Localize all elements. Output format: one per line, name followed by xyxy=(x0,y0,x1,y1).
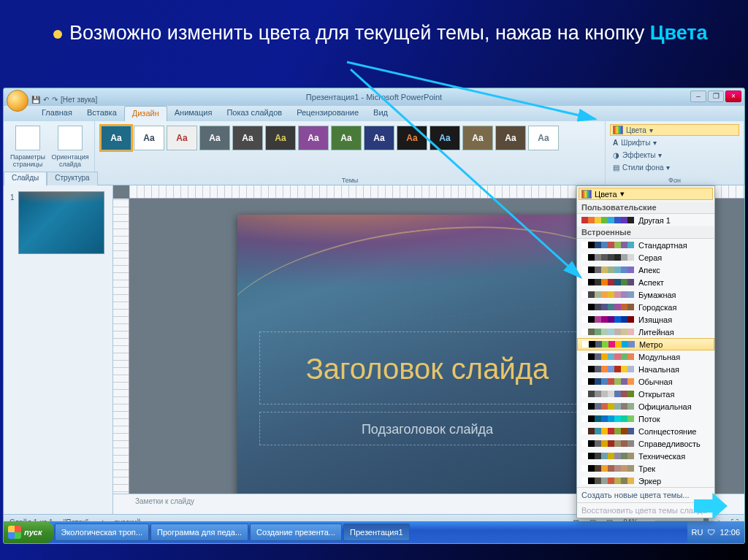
bg-styles-button[interactable]: ▤Стили фона ▾ xyxy=(610,162,739,173)
theme-swatch-10[interactable]: Aa xyxy=(430,126,460,150)
color-scheme-label: Эркер xyxy=(638,477,661,486)
effects-button[interactable]: ◑Эффекты ▾ xyxy=(610,150,739,161)
theme-swatch-2[interactable]: Aa xyxy=(167,126,197,150)
color-swatches xyxy=(581,391,634,397)
theme-swatch-11[interactable]: Aa xyxy=(462,126,493,150)
theme-swatch-6[interactable]: Aa xyxy=(298,126,329,150)
taskbar-item-0[interactable]: Экологическая троп... xyxy=(55,523,149,541)
color-scheme-label: Поток xyxy=(638,415,660,423)
color-scheme-Бумажная[interactable]: Бумажная xyxy=(577,288,714,301)
theme-swatch-7[interactable]: Aa xyxy=(331,126,362,150)
cm-section-builtin: Встроенные xyxy=(577,226,714,239)
color-swatches xyxy=(581,453,634,459)
tab-slides[interactable]: Слайды xyxy=(4,172,47,185)
colors-dropdown-header[interactable]: Цвета ▾ xyxy=(579,188,713,200)
theme-swatch-8[interactable]: Aa xyxy=(364,126,394,150)
color-swatches xyxy=(581,403,634,410)
ribbon-tab-5[interactable]: Рецензирование xyxy=(289,106,366,121)
color-scheme-label: Бумажная xyxy=(638,291,676,299)
color-scheme-label: Метро xyxy=(639,340,663,349)
thumb-number: 1 xyxy=(10,193,15,202)
color-scheme-Официальная[interactable]: Официальная xyxy=(577,400,714,413)
maximize-button[interactable]: ❐ xyxy=(708,91,724,102)
color-swatches xyxy=(581,329,634,335)
window-title: Презентация1 - Microsoft PowerPoint xyxy=(306,93,442,101)
color-scheme-Модульная[interactable]: Модульная xyxy=(577,350,714,363)
office-button[interactable] xyxy=(7,90,28,112)
tray-lang[interactable]: RU xyxy=(692,528,703,537)
color-scheme-Апекс[interactable]: Апекс xyxy=(577,264,714,276)
color-scheme-Обычная[interactable]: Обычная xyxy=(577,375,714,388)
start-button[interactable]: пуск xyxy=(4,521,54,543)
cm-create-new[interactable]: Создать новые цвета темы... xyxy=(577,487,714,502)
color-scheme-Техническая[interactable]: Техническая xyxy=(577,450,714,462)
color-scheme-Справедливость[interactable]: Справедливость xyxy=(577,437,714,450)
color-swatches xyxy=(581,266,634,273)
color-scheme-Городская[interactable]: Городская xyxy=(577,301,714,313)
color-scheme-Открытая[interactable]: Открытая xyxy=(577,388,714,400)
colors-button[interactable]: Цвета ▾ xyxy=(610,124,739,136)
color-swatches xyxy=(581,477,634,484)
qat-redo-icon[interactable]: ↷ xyxy=(52,91,58,109)
color-scheme-Изящная[interactable]: Изящная xyxy=(577,313,714,326)
taskbar-item-1[interactable]: Программа для педа... xyxy=(150,523,248,541)
theme-swatch-12[interactable]: Aa xyxy=(495,126,526,150)
color-scheme-label: Другая 1 xyxy=(638,216,671,225)
taskbar-item-3[interactable]: Презентация1 xyxy=(343,523,410,541)
taskbar-item-2[interactable]: Создание презента... xyxy=(250,523,342,541)
minimize-button[interactable]: – xyxy=(690,91,706,102)
tray-icon[interactable]: 🛡 xyxy=(707,528,715,537)
cm-section-custom: Пользовательские xyxy=(577,202,714,214)
color-scheme-Поток[interactable]: Поток xyxy=(577,413,714,425)
group-label-themes: Темы xyxy=(95,177,605,184)
color-scheme-Трек[interactable]: Трек xyxy=(577,462,714,475)
color-scheme-label: Открытая xyxy=(638,390,674,399)
ribbon-group-background: Цвета ▾ AШрифты ▾ ◑Эффекты ▾ ▤Стили фона… xyxy=(606,121,744,185)
color-scheme-Эркер[interactable]: Эркер xyxy=(577,475,714,487)
color-scheme-Другая 1[interactable]: Другая 1 xyxy=(577,214,714,226)
subtitle-placeholder[interactable]: Подзаголовок слайда xyxy=(259,412,595,445)
colors-icon xyxy=(613,126,623,134)
theme-swatch-13[interactable]: Aa xyxy=(528,126,559,150)
qat-sound[interactable]: [Нет звука] xyxy=(61,91,97,109)
instruction-prefix: Возможно изменить цвета для текущей темы… xyxy=(69,22,650,44)
color-swatches xyxy=(581,353,634,360)
color-scheme-Солнцестояние[interactable]: Солнцестояние xyxy=(577,425,714,437)
color-scheme-Начальная[interactable]: Начальная xyxy=(577,363,714,375)
tab-outline[interactable]: Структура xyxy=(47,172,97,185)
color-swatches xyxy=(581,366,634,372)
qat-save-icon[interactable]: 💾 xyxy=(31,91,40,109)
cm-reset: Восстановить цвета темы слайда xyxy=(577,502,714,518)
theme-swatch-1[interactable]: Aa xyxy=(134,126,164,150)
color-scheme-Литейная[interactable]: Литейная xyxy=(577,326,714,338)
system-tray[interactable]: RU 🛡 12:06 xyxy=(687,521,744,543)
theme-gallery[interactable]: AaAaAaAaAaAaAaAaAaAaAaAaAaAa xyxy=(99,124,600,150)
theme-swatch-3[interactable]: Aa xyxy=(199,126,230,150)
color-scheme-label: Обычная xyxy=(638,377,673,386)
title-placeholder[interactable]: Заголовок слайда xyxy=(259,331,595,404)
color-scheme-Аспект[interactable]: Аспект xyxy=(577,276,714,288)
theme-swatch-5[interactable]: Aa xyxy=(265,126,296,150)
color-scheme-Серая[interactable]: Серая xyxy=(577,251,714,264)
color-swatches xyxy=(581,242,634,248)
ribbon-tabs: ГлавнаяВставкаДизайнАнимацияПоказ слайдо… xyxy=(4,106,744,121)
color-scheme-Метро[interactable]: Метро xyxy=(577,338,714,350)
fonts-button[interactable]: AШрифты ▾ xyxy=(610,137,739,148)
slide-canvas[interactable]: Заголовок слайда Подзаголовок слайда xyxy=(237,215,617,499)
theme-swatch-4[interactable]: Aa xyxy=(232,126,263,150)
title-bar: 💾 ↶ ↷ [Нет звука] Презентация1 - Microso… xyxy=(4,88,744,106)
color-scheme-label: Модульная xyxy=(638,353,680,361)
slide-thumbnail-1[interactable]: 1 xyxy=(18,191,104,254)
ribbon-tab-2[interactable]: Дизайн xyxy=(124,106,167,121)
quick-access-toolbar[interactable]: 💾 ↶ ↷ [Нет звука] xyxy=(31,91,97,109)
color-scheme-Стандартная[interactable]: Стандартная xyxy=(577,239,714,251)
theme-swatch-9[interactable]: Aa xyxy=(397,126,427,150)
close-button[interactable]: × xyxy=(725,91,741,102)
slide-thumbnail-panel[interactable]: 1 xyxy=(4,185,113,514)
ribbon-tab-6[interactable]: Вид xyxy=(366,106,395,121)
qat-undo-icon[interactable]: ↶ xyxy=(43,91,49,109)
colors-icon xyxy=(581,190,592,199)
ribbon-tab-4[interactable]: Показ слайдов xyxy=(219,106,289,121)
theme-swatch-0[interactable]: Aa xyxy=(101,126,131,150)
ribbon-tab-3[interactable]: Анимация xyxy=(167,106,220,121)
